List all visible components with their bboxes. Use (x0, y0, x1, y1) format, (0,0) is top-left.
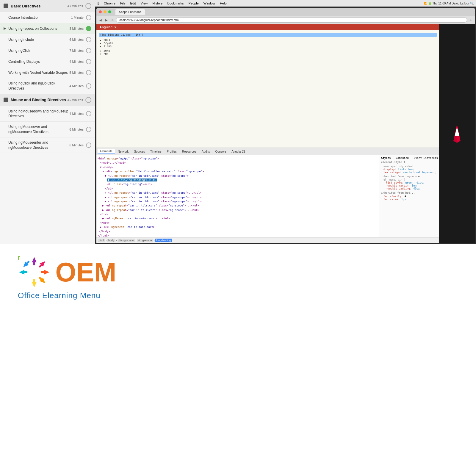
list-item: *Zyota (104, 42, 437, 45)
section-basic-directives[interactable]: Basic Directives 33 Minutes (0, 0, 95, 12)
lesson-title: Using ngMouseover and ngMousemove Direct… (8, 124, 69, 134)
address-bar[interactable]: localhost:63342/angular-repeat/erb/index… (116, 17, 467, 23)
oem-logo-text: OEM (55, 259, 116, 286)
breadcrumb-sep: › (154, 239, 154, 242)
dom-line: <li class="ng-binding"></li> (98, 182, 378, 186)
lesson-ng-include[interactable]: Using ngInclude 6 Minutes (0, 34, 95, 45)
lesson-title: Controlling Displays (8, 59, 69, 64)
lesson-ng-click[interactable]: Using ngClick 7 Minutes (0, 45, 95, 56)
lesson-title: Using ng-repeat on Collections (8, 26, 69, 31)
lesson-status (86, 37, 91, 42)
tab-angularjs[interactable]: AngularJS (229, 149, 248, 154)
dom-line: ▶ <ul ng-repeat="car in tblr.cars" class… (98, 195, 378, 199)
chrome-toolbar: ◀ ▶ ↻ localhost:63342/angular-repeat/erb… (96, 16, 475, 24)
oem-logo-row: OEM (18, 256, 116, 289)
menu-view[interactable]: View (141, 1, 148, 5)
lesson-nested-scopes[interactable]: Working with Nested Variable Scopes 5 Mi… (0, 67, 95, 78)
dom-line: ▶ <ul ng-repeat="car in tblr.cars" class… (98, 203, 378, 208)
tab-console[interactable]: Console (213, 149, 228, 154)
dom-line: </div> (98, 221, 378, 225)
section2-progress (85, 97, 91, 103)
lesson-status (86, 127, 91, 132)
back-button[interactable]: ◀ (98, 18, 103, 22)
tab-resources[interactable]: Resources (180, 149, 199, 154)
dom-line: ▶ <ul ng-repeat="car in tblr.cars" class… (98, 199, 378, 203)
play-icon (4, 27, 7, 30)
tab-elements[interactable]: Elements (98, 149, 115, 154)
breadcrumb-li-ng-binding[interactable]: li.ng-binding (155, 239, 172, 242)
angular-logo (445, 121, 469, 145)
dom-line: ▶ </ul ngRepeat: car in main.cars> (98, 225, 378, 229)
menu-history[interactable]: History (152, 1, 162, 5)
lesson-status (86, 15, 91, 20)
tab-profiles[interactable]: Profiles (164, 149, 179, 154)
svg-rect-6 (33, 262, 35, 265)
dom-line: </ul> (98, 187, 378, 191)
chrome-window: Scope Functions ◀ ▶ ↻ localhost:63342/an… (96, 8, 475, 243)
lesson-controlling-displays[interactable]: Controlling Displays 4 Minutes (0, 56, 95, 67)
tab-network[interactable]: Network (115, 149, 131, 154)
lesson-duration: 1 Minute (71, 16, 84, 19)
lesson-status (86, 70, 91, 75)
lesson-mousedown-mouseup[interactable]: Using ngMousedown and ngMouseup Directiv… (0, 106, 95, 122)
list-item: 20/5 (104, 49, 437, 52)
tab-timeline[interactable]: Timeline (148, 149, 164, 154)
menu-file[interactable]: File (120, 1, 126, 5)
forward-button[interactable]: ▶ (104, 18, 109, 22)
section2-duration: 36 Minutes (67, 98, 83, 102)
style-rule: font-family: A... (383, 195, 438, 198)
menu-people[interactable]: People (189, 1, 199, 5)
breadcrumb-div-ng-scope[interactable]: div.ng-scope (118, 239, 135, 242)
refresh-button[interactable]: ↻ (110, 18, 115, 22)
breadcrumb-sep: › (116, 239, 117, 242)
lesson-mouseover-mousemove[interactable]: Using ngMouseover and ngMousemove Direct… (0, 122, 95, 137)
breadcrumb-sep: › (106, 239, 107, 242)
maximize-button[interactable] (108, 10, 111, 13)
sidebar: Basic Directives 33 Minutes Course Intro… (0, 0, 95, 244)
lesson-title: Using ngClick (8, 48, 69, 53)
lesson-ng-repeat[interactable]: Using ng-repeat on Collections 3 Minutes (0, 23, 95, 34)
element-style-header: element.style { (381, 161, 438, 164)
lesson-status (86, 83, 91, 89)
menu-window[interactable]: Window (203, 1, 215, 5)
element-style-content: user agent stylesheet display: list-item… (381, 165, 438, 174)
mac-menubar:  Chrome File Edit View History Bookmark… (95, 0, 476, 7)
dom-line: ▶ <ul ngRepeat: car in main.cars >...</u… (98, 216, 378, 220)
menu-chrome[interactable]: Chrome (104, 1, 115, 5)
svg-rect-16 (18, 257, 19, 260)
section-mouse-binding[interactable]: Mouse and Binding Directives 36 Minutes (0, 94, 95, 106)
styles-panel: Styles Computed Event Listeners element.… (380, 155, 439, 237)
lesson-course-intro[interactable]: Course Introduction 1 Minute (0, 12, 95, 23)
oem-subtitle: Office Elearning Menu (18, 291, 101, 300)
breadcrumb-html[interactable]: html (98, 239, 105, 242)
tab-audits[interactable]: Audits (199, 149, 212, 154)
styles-tab[interactable]: Styles (381, 156, 391, 159)
svg-rect-14 (33, 279, 35, 282)
tab-sources[interactable]: Sources (131, 149, 147, 154)
breadcrumb-body[interactable]: body (107, 239, 115, 242)
apple-logo:  (98, 1, 99, 6)
event-listeners-tab[interactable]: Event Listeners (414, 156, 438, 159)
dom-line: <html ng-app="myApp" class="ng-scope"> (98, 156, 378, 161)
lesson-ng-click-dbl[interactable]: Using ngClick and ngDblClick Directives … (0, 78, 95, 94)
bookmark-icon[interactable]: ☆ (468, 18, 473, 22)
mac-statusbar: 📶 🔋 Thu 11:00 AM David LaTour 🔍 (424, 2, 474, 5)
minimize-button[interactable] (104, 10, 107, 13)
breadcrumb-ul-ng-scope[interactable]: ul.ng-scope (137, 239, 153, 242)
inherited-from-ng-scope: inherited from .ng-scope (381, 175, 438, 178)
svg-rect-10 (41, 271, 44, 273)
video-area:  Chrome File Edit View History Bookmark… (95, 0, 476, 244)
lesson-title: Using ngInclude (8, 37, 69, 42)
list-item: 11/us (104, 45, 437, 48)
close-button[interactable] (99, 10, 102, 13)
breadcrumb-sep: › (135, 239, 136, 242)
menu-help[interactable]: Help (220, 1, 227, 5)
lesson-mouseenter-mouseleave[interactable]: Using ngMouseenter and ngMouseleave Dire… (0, 137, 95, 153)
style-rule: font-size: 1px (383, 198, 438, 201)
lesson-duration: 7 Minutes (69, 49, 84, 52)
menu-bookmarks[interactable]: Bookmarks (167, 1, 184, 5)
computed-tab[interactable]: Computed (396, 156, 408, 159)
menu-edit[interactable]: Edit (130, 1, 136, 5)
dom-line: ▼ <ul ng-repeat="car in tblr.cars" class… (98, 174, 378, 178)
browser-tab[interactable]: Scope Functions (115, 9, 145, 15)
